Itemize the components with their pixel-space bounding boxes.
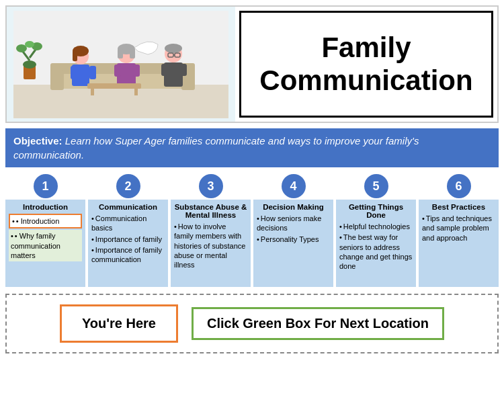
step-title-4: Decision Making: [257, 203, 330, 211]
step-items-5: Helpful technologiesThe best way for sen…: [339, 222, 413, 271]
step-item-5-1: Helpful technologies: [339, 222, 413, 231]
svg-rect-22: [114, 65, 121, 77]
step-col-1: 1Introduction• Introduction• Why family …: [5, 174, 85, 287]
step-item-6-1: Tips and techniques and sample problem a…: [422, 214, 495, 243]
step-circle-2: 2: [116, 174, 140, 198]
step-col-6: 6Best PracticesTips and techniques and s…: [419, 174, 499, 287]
svg-rect-17: [89, 66, 96, 79]
step-circle-3: 3: [199, 174, 223, 198]
step-title-1: Introduction: [9, 203, 82, 211]
svg-point-31: [165, 44, 182, 53]
step-item-3-1: How to involve family members with histo…: [174, 222, 247, 269]
steps-row: 1Introduction• Introduction• Why family …: [5, 174, 499, 287]
svg-rect-30: [180, 64, 187, 76]
bottom-section: You're Here Click Green Box For Next Loc…: [5, 294, 499, 353]
illustration-area: [7, 7, 235, 122]
step-col-4: 4Decision MakingHow seniors make decisio…: [253, 174, 333, 287]
step-item-4-2: Personality Types: [257, 235, 330, 244]
step-box-4: Decision MakingHow seniors make decision…: [253, 200, 333, 287]
step-item-1-2: • Why family communication matters: [9, 230, 82, 261]
step-item-1-1: • Introduction: [9, 214, 82, 228]
step-col-3: 3Substance Abuse & Mental IllnessHow to …: [171, 174, 251, 287]
step-items-4: How seniors make decisionsPersonality Ty…: [257, 214, 330, 244]
next-location-box[interactable]: Click Green Box For Next Location: [192, 307, 444, 340]
title-box: Family Communication: [239, 11, 493, 118]
objective-label: Objective:: [13, 135, 62, 146]
step-title-3: Substance Abuse & Mental Illness: [174, 203, 247, 219]
step-title-5: Getting Things Done: [339, 203, 413, 219]
step-item-2-3: Importance of family communication: [91, 245, 165, 265]
step-title-6: Best Practices: [422, 203, 495, 211]
svg-rect-35: [87, 83, 141, 89]
step-circle-1: 1: [34, 174, 58, 198]
step-circle-6: 6: [447, 174, 471, 198]
svg-rect-16: [71, 66, 77, 79]
svg-rect-29: [161, 64, 168, 76]
objective-text: Learn how Super Ager families communicat…: [13, 135, 419, 161]
step-box-1: Introduction• Introduction• Why family c…: [5, 200, 85, 287]
step-items-1: • Introduction• Why family communication…: [9, 214, 82, 261]
header-section: Family Communication: [5, 5, 499, 123]
step-circle-4: 4: [282, 174, 306, 198]
svg-rect-36: [91, 89, 94, 95]
svg-rect-19: [73, 51, 77, 61]
step-box-3: Substance Abuse & Mental IllnessHow to i…: [171, 200, 251, 287]
step-items-3: How to involve family members with histo…: [174, 222, 247, 269]
step-col-2: 2CommunicationCommunication basicsImport…: [88, 174, 168, 287]
step-item-2-1: Communication basics: [91, 214, 165, 233]
step-box-2: CommunicationCommunication basicsImporta…: [88, 200, 168, 287]
svg-rect-12: [50, 70, 64, 90]
step-col-5: 5Getting Things DoneHelpful technologies…: [336, 174, 416, 287]
objective-bar: Objective: Learn how Super Ager families…: [5, 128, 499, 167]
step-items-2: Communication basicsImportance of family…: [91, 214, 165, 264]
family-illustration: [13, 11, 228, 118]
main-title: Family Communication: [259, 32, 472, 97]
svg-rect-26: [130, 49, 135, 58]
svg-rect-37: [134, 89, 138, 95]
svg-rect-25: [118, 49, 123, 58]
svg-point-4: [23, 60, 36, 69]
svg-point-9: [25, 41, 34, 48]
step-item-2-2: Importance of family: [91, 235, 165, 244]
svg-rect-23: [133, 65, 140, 77]
step-title-2: Communication: [91, 203, 165, 211]
step-items-6: Tips and techniques and sample problem a…: [422, 214, 495, 243]
step-item-5-2: The best way for seniors to address chan…: [339, 233, 413, 271]
step-box-5: Getting Things DoneHelpful technologiesT…: [336, 200, 416, 287]
svg-rect-2: [13, 85, 228, 118]
step-circle-5: 5: [364, 174, 388, 198]
you-are-here-box: You're Here: [60, 304, 178, 343]
step-item-4-1: How seniors make decisions: [257, 214, 330, 233]
step-box-6: Best PracticesTips and techniques and sa…: [419, 200, 499, 287]
